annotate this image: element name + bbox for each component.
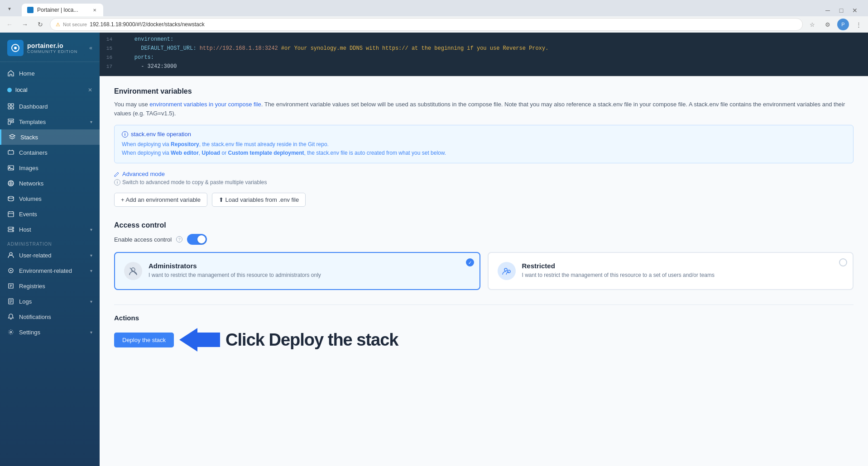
sidebar-item-containers[interactable]: Containers — [0, 145, 100, 160]
menu-btn[interactable]: ⋮ — [853, 19, 864, 30]
administrators-radio[interactable] — [466, 258, 474, 266]
sidebar-item-logs[interactable]: Logs ▾ — [0, 294, 100, 309]
code-line-14: 14 environment: — [100, 36, 868, 45]
app: portainer.io COMMUNITY EDITION « Home lo… — [0, 33, 868, 466]
actions-row: Deploy the stack Click Deploy the stack — [114, 328, 854, 352]
sidebar-item-registries[interactable]: Registries — [0, 278, 100, 294]
home-icon — [7, 70, 14, 77]
sidebar-logo: portainer.io COMMUNITY EDITION « — [0, 33, 100, 62]
line-content-17: - 3242:3000 — [118, 63, 868, 72]
sidebar-item-templates[interactable]: Templates ▾ — [0, 114, 100, 129]
forward-btn[interactable]: → — [19, 19, 31, 30]
settings-chevron: ▾ — [90, 330, 92, 335]
refresh-btn[interactable]: ↻ — [34, 19, 46, 30]
restricted-icon — [502, 266, 512, 276]
svg-rect-9 — [8, 151, 14, 154]
sidebar-item-volumes-label: Volumes — [19, 195, 42, 202]
svg-rect-8 — [11, 121, 14, 123]
minimize-btn[interactable]: ─ — [822, 5, 834, 16]
sidebar-item-settings[interactable]: Settings ▾ — [0, 324, 100, 340]
info-line-1: When deploying via Repository, the stack… — [122, 140, 846, 149]
info-line2-rest: , the stack.env file is auto created fro… — [304, 150, 446, 156]
administrators-icon-wrap — [124, 262, 142, 280]
user-related-chevron: ▾ — [90, 253, 92, 258]
extensions-btn[interactable]: ⚙ — [822, 19, 834, 30]
sidebar-item-stacks[interactable]: Stacks — [0, 129, 100, 145]
admin-section-label: Administration — [0, 239, 100, 247]
sidebar-item-logs-label: Logs — [19, 298, 32, 305]
stack-env-info-box: i stack.env file operation When deployin… — [114, 125, 854, 163]
administrators-icon — [128, 266, 138, 276]
info-icon: i — [122, 131, 128, 138]
sidebar: portainer.io COMMUNITY EDITION « Home lo… — [0, 33, 100, 466]
logo-icon — [7, 40, 24, 56]
env-variables-link[interactable]: environment variables in your compose fi… — [149, 101, 261, 108]
access-control-title: Access control — [114, 221, 854, 229]
sidebar-item-images[interactable]: Images — [0, 160, 100, 176]
not-secure-label: Not secure — [63, 22, 87, 27]
tab-list-btn[interactable]: ▼ — [4, 3, 15, 14]
browser-tab[interactable]: Portainer | loca... ✕ — [22, 4, 103, 16]
sidebar-item-registries-label: Registries — [19, 283, 45, 290]
sidebar-item-volumes[interactable]: Volumes — [0, 191, 100, 206]
sidebar-item-networks[interactable]: Networks — [0, 176, 100, 191]
advanced-mode-link[interactable]: Advanced mode — [114, 171, 854, 177]
sidebar-item-home[interactable]: Home — [0, 66, 100, 81]
arrow-icon — [179, 328, 220, 352]
tab-title: Portainer | loca... — [37, 7, 88, 13]
sidebar-item-notifications[interactable]: Notifications — [0, 309, 100, 324]
enable-access-control-row: Enable access control ? — [114, 234, 854, 245]
access-control-section: Access control Enable access control ? — [114, 221, 854, 290]
env-close-btn[interactable]: ✕ — [88, 87, 92, 93]
user-related-icon — [7, 252, 14, 259]
edit-icon — [114, 171, 120, 177]
env-related-chevron: ▾ — [90, 268, 92, 273]
env-variables-section: Environment variables You may use enviro… — [114, 87, 854, 207]
logo-text: portainer.io COMMUNITY EDITION — [27, 42, 77, 54]
env-name-label: local — [15, 86, 84, 93]
back-btn[interactable]: ← — [4, 19, 15, 30]
line-content-16: ports: — [118, 54, 868, 63]
tab-close-btn[interactable]: ✕ — [91, 7, 98, 13]
networks-icon — [7, 180, 14, 187]
access-control-help-icon[interactable]: ? — [176, 236, 182, 243]
env-variables-desc: You may use environment variables in you… — [114, 100, 854, 118]
access-control-toggle[interactable] — [187, 234, 207, 245]
add-env-variable-btn[interactable]: + Add an environment variable — [114, 193, 207, 207]
address-bar[interactable]: ⚠ Not secure 192.168.1.18:9000/#!/2/dock… — [50, 18, 803, 31]
sidebar-item-environment-related[interactable]: Environment-related ▾ — [0, 263, 100, 278]
environment-header: local ✕ — [0, 83, 100, 97]
actions-title: Actions — [114, 314, 854, 322]
security-icon: ⚠ — [56, 22, 60, 28]
sidebar-item-dashboard[interactable]: Dashboard — [0, 99, 100, 114]
events-icon — [7, 210, 14, 218]
restore-btn[interactable]: □ — [835, 5, 847, 16]
deploy-stack-btn[interactable]: Deploy the stack — [114, 333, 174, 347]
restricted-radio[interactable] — [839, 258, 847, 266]
profile-btn[interactable]: P — [837, 19, 849, 30]
env-buttons: + Add an environment variable ⬆ Load var… — [114, 193, 854, 207]
window-close-btn[interactable]: ✕ — [849, 5, 861, 16]
restricted-card-title: Restricted — [522, 262, 844, 270]
sidebar-item-environment-related-label: Environment-related — [19, 267, 72, 274]
administrators-card[interactable]: Administrators I want to restrict the ma… — [114, 252, 480, 290]
sidebar-item-events-label: Events — [19, 211, 37, 218]
bookmark-btn[interactable]: ☆ — [806, 19, 818, 30]
host-icon — [7, 226, 14, 233]
restricted-card[interactable]: Restricted I want to restrict the manage… — [488, 252, 854, 290]
sidebar-item-host[interactable]: Host ▾ — [0, 222, 100, 237]
svg-marker-27 — [179, 328, 220, 352]
sidebar-item-networks-label: Networks — [19, 180, 43, 187]
sidebar-item-notifications-label: Notifications — [19, 314, 51, 320]
environment-related-icon — [7, 267, 14, 274]
restricted-card-desc: I want to restrict the management of thi… — [522, 271, 844, 279]
sidebar-collapse-btn[interactable]: « — [89, 45, 92, 51]
url-text: 192.168.1.18:9000/#!/2/docker/stacks/new… — [90, 21, 797, 28]
administrators-card-desc: I want to restrict the management of thi… — [149, 271, 470, 279]
info-line2-bold1: Web editor — [171, 150, 199, 156]
sidebar-item-user-related[interactable]: User-related ▾ — [0, 247, 100, 263]
load-variables-btn[interactable]: ⬆ Load variables from .env file — [212, 193, 306, 207]
env-desc-plain: You may use — [114, 101, 149, 108]
actions-section: Actions Deploy the stack Click Deploy th… — [114, 304, 854, 352]
sidebar-item-events[interactable]: Events — [0, 206, 100, 222]
